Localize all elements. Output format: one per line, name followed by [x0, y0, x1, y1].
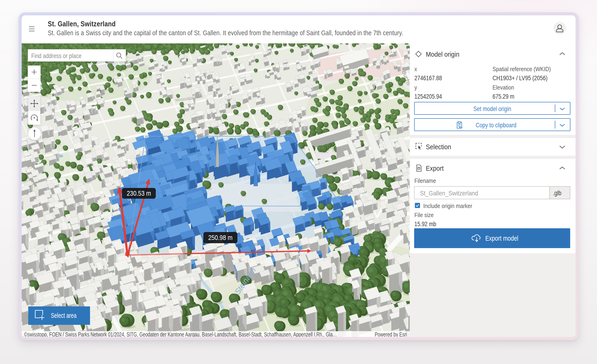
svg-text:250.98 m: 250.98 m — [208, 234, 233, 241]
svg-text:230.53 m: 230.53 m — [127, 189, 151, 197]
